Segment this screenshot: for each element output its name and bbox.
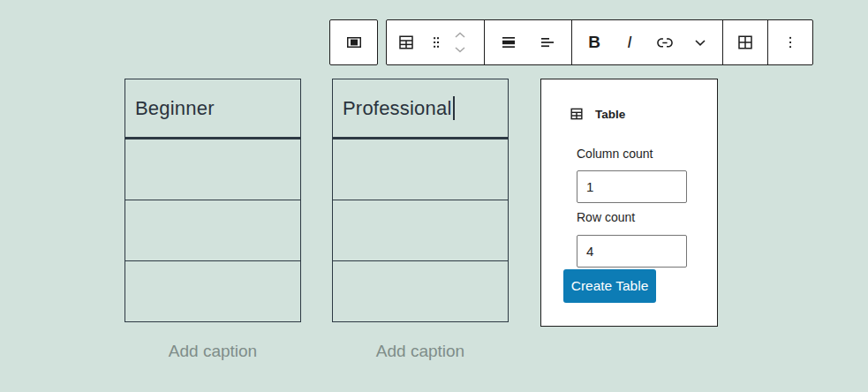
row-count-label: Row count	[577, 210, 635, 224]
chevron-down-icon	[690, 32, 711, 53]
table-row[interactable]	[333, 139, 508, 200]
align-left-icon	[537, 32, 558, 53]
create-table-button[interactable]: Create Table	[563, 269, 656, 303]
table-block-icon	[568, 105, 585, 123]
chevron-up-icon	[451, 28, 479, 41]
column-alignment-button[interactable]	[528, 21, 567, 64]
text-cursor	[453, 96, 455, 120]
column-count-label: Column count	[577, 147, 653, 161]
panel-header: Table	[568, 105, 625, 123]
table-row[interactable]	[125, 200, 300, 261]
toolbar-block-tools	[387, 20, 484, 64]
table-row[interactable]	[125, 261, 300, 320]
move-up-button[interactable]	[451, 26, 479, 42]
drag-handle-button[interactable]	[421, 21, 451, 64]
table-header-cell[interactable]: Professional	[333, 79, 508, 139]
table-header-cell[interactable]: Beginner	[125, 79, 300, 139]
table-block-button[interactable]	[391, 21, 421, 64]
toolbar-alignment-tools	[484, 20, 571, 64]
table-block-beginner: Beginner	[125, 79, 301, 322]
drag-handle-icon	[426, 32, 447, 53]
caption-placeholder[interactable]: Add caption	[332, 342, 509, 361]
table-setup-panel: Table Column count Row count Create Tabl…	[540, 79, 718, 327]
toolbar-options	[767, 20, 812, 64]
block-mover	[451, 21, 479, 64]
row-count-input[interactable]	[577, 235, 687, 268]
table-row[interactable]	[333, 200, 508, 261]
block-toolbar: B I	[329, 19, 813, 65]
table-header-text: Beginner	[135, 97, 215, 120]
toolbar-table-tools	[722, 20, 767, 64]
italic-button[interactable]: I	[612, 21, 647, 64]
caption-placeholder[interactable]: Add caption	[125, 342, 301, 361]
row-block-icon	[343, 32, 365, 53]
ellipsis-icon	[780, 32, 801, 53]
edit-table-button[interactable]	[728, 21, 763, 64]
link-icon	[654, 32, 676, 53]
select-parent-block-button[interactable]	[336, 21, 372, 64]
options-button[interactable]	[773, 21, 808, 64]
table-block-icon	[396, 32, 417, 53]
toolbar-parent-group	[329, 19, 378, 65]
align-button[interactable]	[489, 21, 528, 64]
link-button[interactable]	[647, 21, 683, 64]
chevron-down-icon	[451, 44, 479, 57]
italic-icon: I	[627, 33, 631, 52]
toolbar-main-group: B I	[386, 19, 813, 65]
move-down-button[interactable]	[451, 42, 479, 58]
table-header-text: Professional	[343, 97, 451, 120]
column-count-input[interactable]	[577, 170, 687, 203]
table-row[interactable]	[333, 261, 508, 320]
edit-table-icon	[735, 32, 756, 53]
table-row[interactable]	[125, 139, 300, 200]
bold-button[interactable]: B	[577, 21, 612, 64]
more-rich-text-button[interactable]	[683, 21, 718, 64]
toolbar-format-tools: B I	[571, 20, 722, 64]
panel-title: Table	[595, 108, 625, 121]
align-none-icon	[498, 32, 519, 53]
bold-icon: B	[588, 33, 600, 52]
table-block-professional: Professional	[332, 79, 509, 322]
